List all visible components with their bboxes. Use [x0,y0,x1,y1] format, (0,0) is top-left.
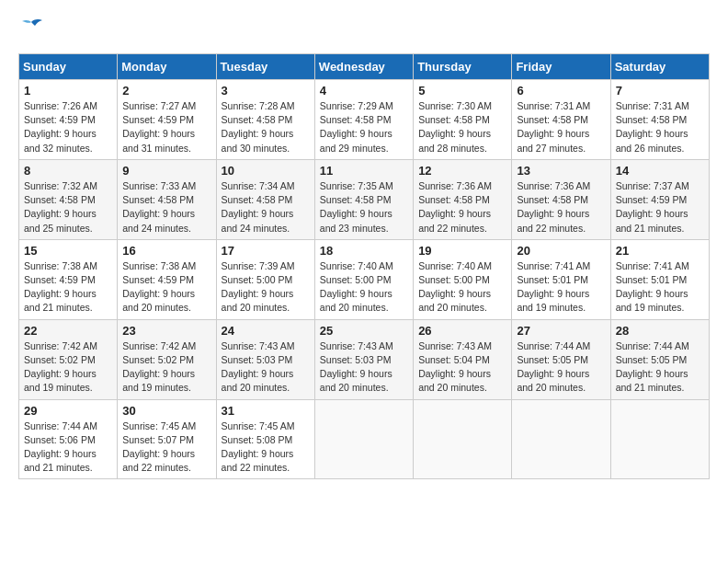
day-cell: 8Sunrise: 7:32 AM Sunset: 4:58 PM Daylig… [19,159,118,239]
day-number: 16 [122,244,210,258]
day-cell [512,399,610,479]
logo [18,18,48,39]
day-number: 19 [418,244,506,258]
day-number: 7 [616,84,704,98]
day-info: Sunrise: 7:39 AM Sunset: 5:00 PM Dayligh… [222,259,310,316]
day-info: Sunrise: 7:43 AM Sunset: 5:04 PM Dayligh… [418,339,506,396]
day-number: 24 [222,324,310,338]
day-info: Sunrise: 7:37 AM Sunset: 4:59 PM Dayligh… [616,179,704,236]
day-info: Sunrise: 7:30 AM Sunset: 4:58 PM Dayligh… [418,99,506,155]
day-cell: 1Sunrise: 7:26 AM Sunset: 4:59 PM Daylig… [19,80,118,160]
week-row: 8Sunrise: 7:32 AM Sunset: 4:58 PM Daylig… [19,159,710,239]
week-row: 22Sunrise: 7:42 AM Sunset: 5:02 PM Dayli… [19,319,710,399]
day-number: 28 [616,324,704,338]
calendar: SundayMondayTuesdayWednesdayThursdayFrid… [18,53,710,479]
day-info: Sunrise: 7:38 AM Sunset: 4:59 PM Dayligh… [24,259,112,316]
day-info: Sunrise: 7:43 AM Sunset: 5:03 PM Dayligh… [320,339,408,396]
day-info: Sunrise: 7:45 AM Sunset: 5:08 PM Dayligh… [222,419,310,476]
week-row: 29Sunrise: 7:44 AM Sunset: 5:06 PM Dayli… [19,399,710,479]
day-info: Sunrise: 7:31 AM Sunset: 4:58 PM Dayligh… [616,99,704,155]
day-cell: 5Sunrise: 7:30 AM Sunset: 4:58 PM Daylig… [414,80,512,160]
day-cell: 24Sunrise: 7:43 AM Sunset: 5:03 PM Dayli… [216,319,314,399]
day-info: Sunrise: 7:38 AM Sunset: 4:59 PM Dayligh… [122,259,210,316]
day-number: 14 [616,164,704,178]
week-row: 1Sunrise: 7:26 AM Sunset: 4:59 PM Daylig… [19,80,710,160]
day-cell: 4Sunrise: 7:29 AM Sunset: 4:58 PM Daylig… [314,80,413,160]
header-row: SundayMondayTuesdayWednesdayThursdayFrid… [19,54,710,80]
day-number: 31 [222,404,310,418]
day-info: Sunrise: 7:43 AM Sunset: 5:03 PM Dayligh… [222,339,310,396]
day-info: Sunrise: 7:29 AM Sunset: 4:58 PM Dayligh… [320,99,408,155]
day-cell: 19Sunrise: 7:40 AM Sunset: 5:00 PM Dayli… [414,239,512,319]
day-number: 1 [24,84,112,98]
header [18,18,710,39]
day-number: 17 [222,244,310,258]
day-number: 12 [418,164,506,178]
day-cell: 26Sunrise: 7:43 AM Sunset: 5:04 PM Dayli… [414,319,512,399]
day-number: 26 [418,324,506,338]
day-cell: 12Sunrise: 7:36 AM Sunset: 4:58 PM Dayli… [414,159,512,239]
day-number: 4 [320,84,408,98]
day-cell: 15Sunrise: 7:38 AM Sunset: 4:59 PM Dayli… [19,239,118,319]
day-cell: 6Sunrise: 7:31 AM Sunset: 4:58 PM Daylig… [512,80,610,160]
day-number: 2 [122,84,210,98]
day-cell: 28Sunrise: 7:44 AM Sunset: 5:05 PM Dayli… [610,319,709,399]
day-info: Sunrise: 7:26 AM Sunset: 4:59 PM Dayligh… [24,99,112,155]
day-number: 27 [517,324,605,338]
day-cell: 22Sunrise: 7:42 AM Sunset: 5:02 PM Dayli… [19,319,118,399]
day-cell: 14Sunrise: 7:37 AM Sunset: 4:59 PM Dayli… [610,159,709,239]
column-header-tuesday: Tuesday [216,54,314,80]
day-cell [610,399,709,479]
day-info: Sunrise: 7:27 AM Sunset: 4:59 PM Dayligh… [122,99,210,155]
day-info: Sunrise: 7:45 AM Sunset: 5:07 PM Dayligh… [122,419,210,476]
day-cell: 9Sunrise: 7:33 AM Sunset: 4:58 PM Daylig… [118,159,216,239]
day-info: Sunrise: 7:33 AM Sunset: 4:58 PM Dayligh… [122,179,210,236]
day-number: 9 [122,164,210,178]
day-cell: 3Sunrise: 7:28 AM Sunset: 4:58 PM Daylig… [216,80,314,160]
column-header-monday: Monday [118,54,216,80]
day-number: 18 [320,244,408,258]
day-cell: 21Sunrise: 7:41 AM Sunset: 5:01 PM Dayli… [610,239,709,319]
day-number: 13 [517,164,605,178]
day-cell: 25Sunrise: 7:43 AM Sunset: 5:03 PM Dayli… [314,319,413,399]
column-header-thursday: Thursday [414,54,512,80]
day-cell: 27Sunrise: 7:44 AM Sunset: 5:05 PM Dayli… [512,319,610,399]
day-cell: 18Sunrise: 7:40 AM Sunset: 5:00 PM Dayli… [314,239,413,319]
day-number: 30 [122,404,210,418]
logo-bird-icon [18,18,44,39]
day-cell: 10Sunrise: 7:34 AM Sunset: 4:58 PM Dayli… [216,159,314,239]
day-info: Sunrise: 7:36 AM Sunset: 4:58 PM Dayligh… [517,179,605,236]
day-number: 25 [320,324,408,338]
day-info: Sunrise: 7:44 AM Sunset: 5:06 PM Dayligh… [24,419,112,476]
column-header-wednesday: Wednesday [314,54,413,80]
day-info: Sunrise: 7:35 AM Sunset: 4:58 PM Dayligh… [320,179,408,236]
day-number: 29 [24,404,112,418]
day-cell: 2Sunrise: 7:27 AM Sunset: 4:59 PM Daylig… [118,80,216,160]
day-cell [314,399,413,479]
day-number: 15 [24,244,112,258]
day-number: 20 [517,244,605,258]
day-number: 5 [418,84,506,98]
week-row: 15Sunrise: 7:38 AM Sunset: 4:59 PM Dayli… [19,239,710,319]
day-info: Sunrise: 7:32 AM Sunset: 4:58 PM Dayligh… [24,179,112,236]
day-info: Sunrise: 7:42 AM Sunset: 5:02 PM Dayligh… [122,339,210,396]
day-cell: 11Sunrise: 7:35 AM Sunset: 4:58 PM Dayli… [314,159,413,239]
day-info: Sunrise: 7:34 AM Sunset: 4:58 PM Dayligh… [222,179,310,236]
day-info: Sunrise: 7:28 AM Sunset: 4:58 PM Dayligh… [222,99,310,155]
day-cell: 30Sunrise: 7:45 AM Sunset: 5:07 PM Dayli… [118,399,216,479]
day-cell: 7Sunrise: 7:31 AM Sunset: 4:58 PM Daylig… [610,80,709,160]
day-number: 6 [517,84,605,98]
column-header-friday: Friday [512,54,610,80]
day-number: 10 [222,164,310,178]
day-number: 23 [122,324,210,338]
day-cell [414,399,512,479]
day-info: Sunrise: 7:41 AM Sunset: 5:01 PM Dayligh… [517,259,605,316]
column-header-sunday: Sunday [19,54,118,80]
day-number: 22 [24,324,112,338]
day-cell: 29Sunrise: 7:44 AM Sunset: 5:06 PM Dayli… [19,399,118,479]
day-cell: 13Sunrise: 7:36 AM Sunset: 4:58 PM Dayli… [512,159,610,239]
day-number: 21 [616,244,704,258]
day-info: Sunrise: 7:42 AM Sunset: 5:02 PM Dayligh… [24,339,112,396]
day-cell: 16Sunrise: 7:38 AM Sunset: 4:59 PM Dayli… [118,239,216,319]
day-number: 11 [320,164,408,178]
